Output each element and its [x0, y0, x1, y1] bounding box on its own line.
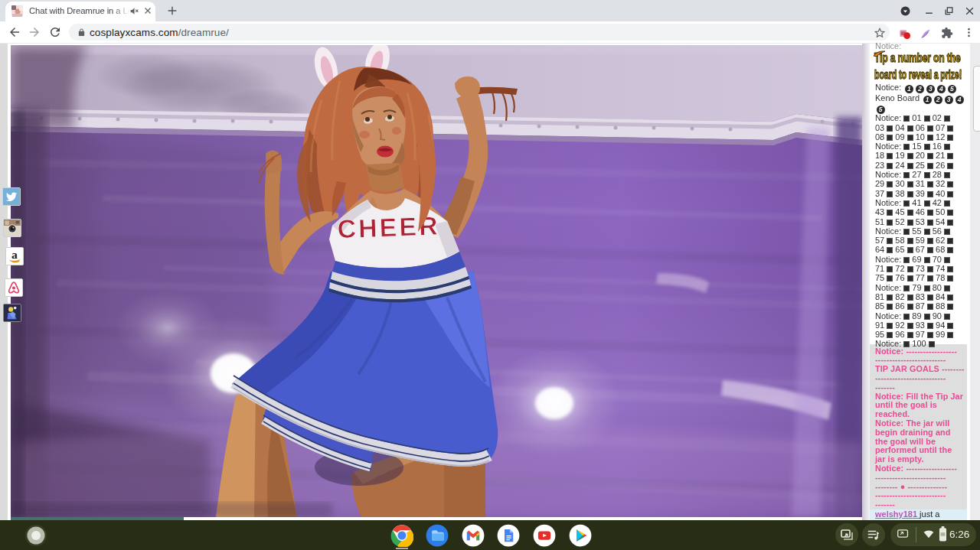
- svg-text:a: a: [11, 248, 18, 261]
